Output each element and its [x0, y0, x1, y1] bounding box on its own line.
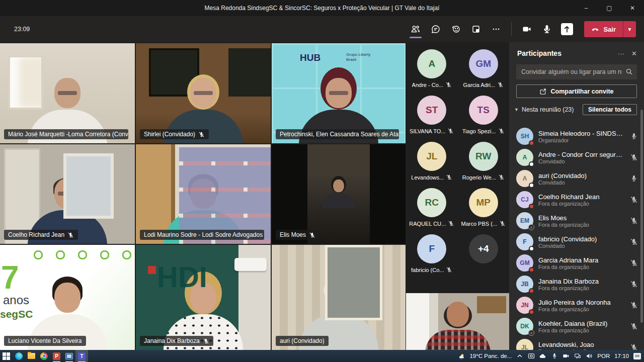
audio-tile[interactable]: RWRogerio We... [458, 142, 510, 183]
video-tile-auri[interactable]: auri (Convidado) [272, 245, 406, 350]
hidden-icons-chevron[interactable] [516, 352, 523, 359]
participant-name-label: Shirlei (Convidado) [140, 129, 209, 139]
share-invite-icon [539, 88, 546, 95]
mic-off-icon[interactable] [445, 81, 452, 88]
onedrive-icon[interactable] [539, 352, 546, 359]
mic-off-icon[interactable] [630, 217, 638, 225]
participant-row[interactable]: AAndre - Condor Corr seguros ...Convidad… [509, 147, 644, 168]
video-tile-luciano[interactable]: 7anossegSCLuciano Vicente Da Silveira [0, 245, 135, 350]
mic-off-icon[interactable] [630, 343, 638, 350]
video-tile-petro[interactable]: HUBGrupo Liberty BrasilPetrochinski, Ele… [272, 43, 406, 143]
reactions-button[interactable] [446, 19, 466, 39]
mic-on-icon[interactable] [630, 174, 638, 183]
participant-row[interactable]: Aauri (Convidado)Convidado [509, 168, 644, 189]
mic-off-icon[interactable] [630, 301, 638, 309]
mic-off-icon[interactable] [630, 238, 638, 246]
participant-row[interactable]: JBJanaina Dix BarbozaFora da organização [509, 274, 644, 295]
video-tile-coelho[interactable]: Coelho Richard Jean [0, 144, 135, 244]
participant-row[interactable]: CJCoelho Richard JeanFora da organização [509, 189, 644, 210]
participant-row[interactable]: JNJulio Pereira de NoronhaFora da organi… [509, 295, 644, 316]
audio-tile[interactable]: RCRAQUEL CU... [406, 188, 458, 229]
video-tile-lodi[interactable]: Lodi Maurino Sodre - Lodi Sodre Advogado… [136, 144, 271, 244]
show-participants-button[interactable] [406, 19, 426, 39]
audio-tile[interactable]: TSTiago Spezi... [458, 96, 510, 137]
mic-off-icon[interactable] [498, 128, 505, 134]
participant-row[interactable]: EM×Elis MoesFora da organização [509, 210, 644, 231]
mic-off-icon[interactable] [499, 220, 506, 227]
taskbar-remote-desktop[interactable] [63, 350, 75, 362]
taskbar-file-explorer[interactable] [25, 350, 38, 362]
clock[interactable]: 17:10 [614, 353, 629, 359]
minimize-button[interactable]: – [575, 0, 598, 16]
audio-tile[interactable]: JLLevandows... [406, 142, 458, 183]
leave-button[interactable]: Sair ▼ [584, 21, 636, 37]
camera-toggle-button[interactable] [517, 19, 537, 39]
participant-row[interactable]: GMGarcia Adriana MaraFora da organização [509, 252, 644, 274]
window-title: Mesa Redonda SindsegSC & SincorSC: Segur… [0, 5, 644, 12]
invite-search-input[interactable] [516, 64, 637, 79]
audio-tile[interactable]: MPMarco PBS (... [458, 188, 510, 229]
audio-tile[interactable]: +4 [458, 234, 510, 276]
participant-row[interactable]: Ffabricio (Convidado)Convidado [509, 231, 644, 252]
audio-tile[interactable]: AAndre - Co... [406, 49, 458, 90]
taskbar-powerpoint[interactable]: P [50, 350, 63, 362]
mic-off-icon[interactable] [630, 280, 638, 288]
video-tile-janaina[interactable]: HDIJanaina Dix Barboza [136, 245, 271, 350]
mic-off-icon[interactable] [446, 266, 452, 273]
breakout-rooms-button[interactable] [466, 19, 486, 39]
participants-scrollbar[interactable] [640, 110, 643, 323]
mic-off-icon[interactable] [446, 174, 452, 180]
mic-toggle-button[interactable] [537, 19, 557, 39]
self-view-tile[interactable] [406, 293, 509, 350]
speaker-icon[interactable] [586, 352, 593, 359]
mic-off-icon[interactable] [198, 131, 205, 138]
mic-off-icon[interactable] [67, 232, 74, 238]
close-button[interactable]: ✕ [621, 0, 644, 16]
participant-row[interactable]: DK×Koehler, Daiana (Brazil)Fora da organ… [509, 316, 644, 337]
mic-off-icon[interactable] [309, 232, 315, 238]
mic-off-icon[interactable] [630, 259, 638, 267]
mic-off-icon[interactable] [203, 338, 209, 344]
video-tile-elis[interactable]: Elis Moes [272, 144, 406, 244]
taskbar-chrome[interactable] [38, 350, 50, 362]
share-invite-button[interactable]: Compartilhar convite [516, 84, 637, 98]
audio-tile[interactable]: Ffabricio (Co... [406, 234, 458, 276]
avatar: EM× [516, 212, 533, 229]
presence-dot [529, 140, 534, 146]
show-chat-button[interactable] [426, 19, 446, 39]
video-tile-shirlei[interactable]: Shirlei (Convidado) [136, 43, 271, 143]
action-center-icon[interactable] [633, 353, 641, 359]
audio-tile[interactable]: STSILVANA TO... [406, 96, 458, 137]
tray-mic-icon[interactable] [551, 352, 558, 359]
tray-camera-icon[interactable] [562, 352, 570, 359]
mic-off-icon[interactable] [497, 81, 504, 88]
start-button[interactable] [0, 350, 13, 362]
participant-row[interactable]: SHSimeia Heleodoro - SINDSEG...Organizad… [509, 126, 644, 147]
panel-close-button[interactable]: ✕ [631, 50, 637, 57]
video-tile-mario[interactable]: Mário José Marquetti -Loma Corretora (Co… [0, 43, 135, 143]
mic-off-icon[interactable] [498, 174, 505, 180]
mic-off-icon[interactable] [630, 196, 638, 204]
mic-off-icon[interactable] [630, 322, 638, 330]
participant-row[interactable]: JL×Levandowski, JoaoFora da organização [509, 337, 644, 350]
section-collapse-caret[interactable]: ▼ [514, 107, 519, 112]
mic-on-icon[interactable] [630, 132, 638, 140]
teams-icon: T [78, 352, 86, 360]
self-view-video [406, 293, 509, 350]
weather-label[interactable]: 19°C Panc. de... [469, 353, 512, 359]
meet-now-icon[interactable] [528, 352, 535, 359]
leave-options-caret[interactable]: ▼ [623, 21, 636, 37]
language-indicator[interactable]: POR [597, 353, 610, 359]
mic-off-icon[interactable] [447, 128, 454, 134]
taskbar-edge[interactable] [13, 350, 25, 362]
share-screen-button[interactable] [557, 19, 577, 39]
audio-tile[interactable]: GMGarcia Adri... [458, 49, 510, 90]
taskbar-teams[interactable]: T [75, 350, 88, 362]
maximize-button[interactable]: ▢ [598, 0, 621, 16]
panel-more-button[interactable]: ··· [618, 50, 624, 57]
mic-off-icon[interactable] [448, 220, 454, 227]
more-actions-button[interactable] [486, 19, 506, 39]
network-icon[interactable] [574, 352, 581, 359]
mic-off-icon[interactable] [630, 153, 638, 161]
mute-all-button[interactable]: Silenciar todos [583, 104, 637, 115]
